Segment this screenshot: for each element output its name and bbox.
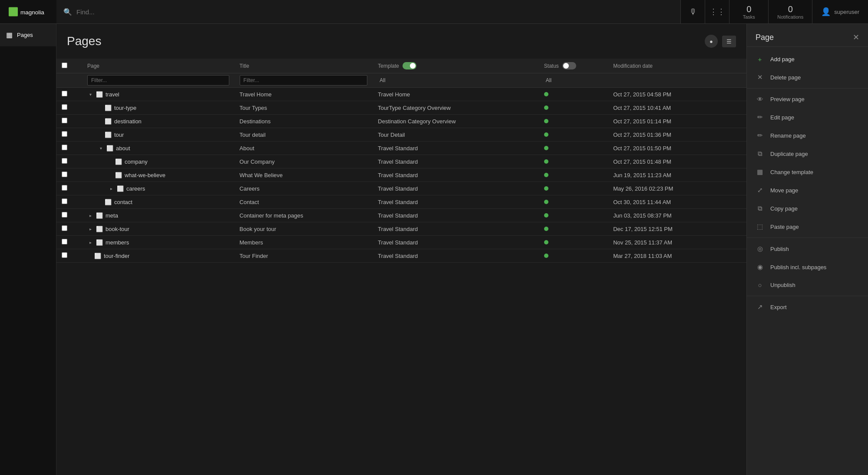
- tasks-counter[interactable]: 0 Tasks: [729, 0, 769, 24]
- status-dot: [544, 254, 548, 258]
- page-name: tour-type: [114, 105, 136, 111]
- user-icon: 👤: [821, 7, 831, 16]
- table-row[interactable]: ⬜tourTour detailTour DetailOct 27, 2015 …: [56, 128, 746, 142]
- row-checkbox[interactable]: [62, 225, 67, 231]
- table-row[interactable]: ▸⬜book-tourBook your tourTravel Standard…: [56, 222, 746, 236]
- main-content: Pages ● ☰ Page Title Tem: [56, 24, 746, 475]
- row-checkbox[interactable]: [62, 252, 67, 258]
- panel-action-edit-page[interactable]: ✏Edit page: [747, 108, 868, 126]
- search-input[interactable]: [76, 8, 673, 16]
- modification-date: Nov 25, 2015 11:37 AM: [608, 236, 746, 249]
- table-row[interactable]: ▸⬜metaContainer for meta pagesTravel Sta…: [56, 209, 746, 222]
- copy-page-icon: ⧉: [756, 205, 764, 212]
- table-row[interactable]: ▸⬜careersCareersTravel StandardMay 26, 2…: [56, 182, 746, 195]
- panel-action-preview-page[interactable]: 👁Preview page: [747, 90, 868, 108]
- row-checkbox[interactable]: [62, 239, 67, 244]
- page-folder-icon: ⬜: [94, 253, 101, 259]
- col-header-checkbox: [56, 59, 82, 73]
- template-filter: Template: [378, 62, 534, 69]
- circle-btn[interactable]: ●: [705, 35, 718, 48]
- table-row[interactable]: ⬜what-we-believeWhat We BelieveTravel St…: [56, 168, 746, 182]
- row-checkbox[interactable]: [62, 104, 67, 110]
- panel-action-rename-page[interactable]: ✏Rename page: [747, 126, 868, 145]
- row-expand-toggle[interactable]: ▸: [108, 186, 115, 191]
- panel-action-unpublish[interactable]: ○Unpublish: [747, 276, 868, 294]
- table-row[interactable]: ⬜contactContactTravel StandardOct 30, 20…: [56, 195, 746, 209]
- table-row[interactable]: ▸⬜membersMembersTravel StandardNov 25, 2…: [56, 236, 746, 249]
- filter-title-input[interactable]: [240, 75, 368, 86]
- panel-action-export[interactable]: ↗Export: [747, 298, 868, 316]
- microphone-icon[interactable]: 🎙: [681, 0, 705, 24]
- panel-action-copy-page[interactable]: ⧉Copy page: [747, 199, 868, 218]
- row-checkbox[interactable]: [62, 172, 67, 177]
- svg-rect-0: [9, 7, 18, 16]
- page-template-cell: Tour Detail: [373, 128, 539, 142]
- grid-icon[interactable]: ⋮⋮: [705, 0, 729, 24]
- table-row[interactable]: ⬜companyOur CompanyTravel StandardOct 27…: [56, 155, 746, 168]
- row-expand-toggle[interactable]: ▾: [98, 146, 105, 151]
- row-checkbox[interactable]: [62, 212, 67, 218]
- row-checkbox[interactable]: [62, 118, 67, 123]
- page-template-cell: Travel Standard: [373, 222, 539, 236]
- template-toggle-switch[interactable]: [403, 62, 416, 69]
- status-dot: [544, 146, 548, 150]
- page-title-cell: Our Company: [234, 155, 373, 168]
- page-name: contact: [114, 199, 132, 205]
- page-template-cell: Destination Category Overview: [373, 115, 539, 128]
- select-all-checkbox[interactable]: [62, 63, 67, 68]
- table-container: Page Title Template Status: [56, 59, 746, 475]
- right-panel: Page ✕ +Add page✕Delete page👁Preview pag…: [746, 24, 868, 475]
- sidebar: ▦ Pages: [0, 24, 56, 475]
- row-expand-toggle[interactable]: ▸: [87, 227, 94, 231]
- panel-action-delete-page[interactable]: ✕Delete page: [747, 68, 868, 86]
- modification-date: Oct 30, 2015 11:44 AM: [608, 195, 746, 209]
- page-template-cell: Travel Standard: [373, 182, 539, 195]
- page-folder-icon: ⬜: [105, 132, 112, 138]
- filter-row: All All: [56, 73, 746, 88]
- status-dot: [544, 173, 548, 177]
- row-checkbox[interactable]: [62, 198, 67, 204]
- page-template-cell: Travel Standard: [373, 249, 539, 263]
- row-checkbox[interactable]: [62, 158, 67, 164]
- panel-action-paste-page[interactable]: ⬚Paste page: [747, 218, 868, 236]
- table-row[interactable]: ⬜destinationDestinationsDestination Cate…: [56, 115, 746, 128]
- status-dot: [544, 240, 548, 244]
- page-folder-icon: ⬜: [96, 91, 103, 98]
- sidebar-item-pages[interactable]: ▦ Pages: [0, 24, 56, 46]
- panel-close-button[interactable]: ✕: [853, 33, 859, 42]
- row-checkbox[interactable]: [62, 91, 67, 96]
- export-icon: ↗: [756, 303, 764, 311]
- page-name: tour-finder: [104, 253, 129, 259]
- col-header-page: Page: [82, 59, 234, 73]
- panel-action-change-template[interactable]: ▦Change template: [747, 163, 868, 181]
- page-folder-icon: ⬜: [106, 145, 113, 152]
- page-folder-icon: ⬜: [96, 239, 103, 246]
- panel-action-duplicate-page[interactable]: ⧉Duplicate page: [747, 145, 868, 163]
- table-row[interactable]: ⬜tour-finderTour FinderTravel StandardMa…: [56, 249, 746, 263]
- row-checkbox[interactable]: [62, 131, 67, 137]
- panel-divider: [747, 88, 868, 89]
- row-expand-toggle[interactable]: ▸: [87, 213, 94, 218]
- page-name: destination: [114, 118, 142, 125]
- filter-page-input[interactable]: [87, 75, 229, 86]
- row-expand-toggle[interactable]: ▸: [87, 240, 94, 245]
- topbar: magnolia 🔍 🎙 ⋮⋮ 0 Tasks 0 Notifications …: [0, 0, 868, 24]
- panel-action-publish[interactable]: ◎Publish: [747, 240, 868, 258]
- panel-action-add-page[interactable]: +Add page: [747, 50, 868, 68]
- menu-btn[interactable]: ☰: [722, 36, 736, 47]
- modification-date: Mar 27, 2018 11:03 AM: [608, 249, 746, 263]
- table-row[interactable]: ⬜tour-typeTour TypesTourType Category Ov…: [56, 101, 746, 115]
- panel-action-publish-incl-subpages[interactable]: ◉Publish incl. subpages: [747, 258, 868, 276]
- row-checkbox[interactable]: [62, 145, 67, 150]
- status-toggle-switch[interactable]: [562, 62, 576, 69]
- user-menu[interactable]: 👤 superuser: [812, 0, 868, 24]
- table-row[interactable]: ▾⬜travelTravel HomeTravel HomeOct 27, 20…: [56, 88, 746, 101]
- row-checkbox[interactable]: [62, 185, 67, 191]
- copy-page-label: Copy page: [770, 205, 798, 212]
- notifications-counter[interactable]: 0 Notifications: [769, 0, 812, 24]
- search-icon: 🔍: [63, 8, 72, 16]
- table-row[interactable]: ▾⬜aboutAboutTravel StandardOct 27, 2015 …: [56, 142, 746, 155]
- col-header-status: Status: [539, 59, 608, 73]
- row-expand-toggle[interactable]: ▾: [87, 92, 94, 97]
- panel-action-move-page[interactable]: ⤢Move page: [747, 181, 868, 199]
